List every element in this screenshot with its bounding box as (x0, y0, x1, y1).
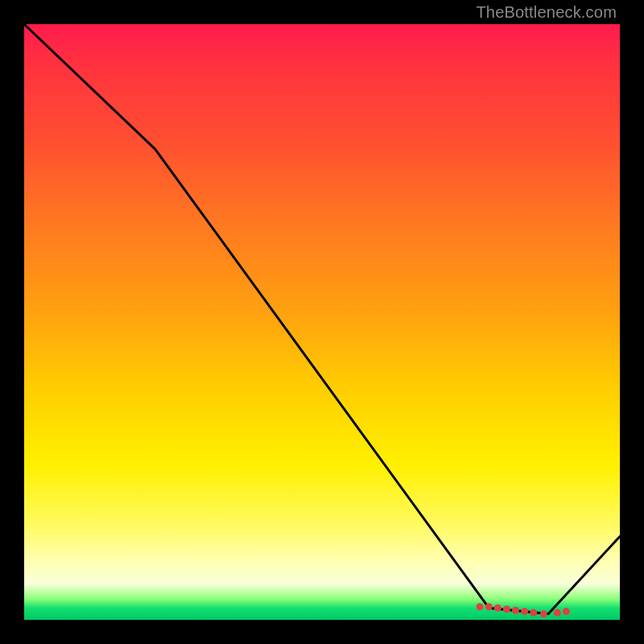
sweet-spot-dot (563, 608, 570, 615)
sweet-spot-dot (512, 607, 519, 614)
sweet-spot-dot (530, 609, 537, 617)
sweet-spot-dot (477, 603, 484, 610)
watermark-text: TheBottleneck.com (476, 3, 617, 22)
bottleneck-curve-line (24, 24, 620, 614)
chart-overlay (24, 24, 620, 620)
sweet-spot-dot (554, 609, 561, 617)
sweet-spot-dot (521, 608, 528, 615)
sweet-spot-dot (494, 605, 502, 612)
sweet-spot-dot (540, 610, 547, 617)
sweet-spot-dot (503, 605, 510, 613)
sweet-spot-dot (485, 603, 493, 610)
